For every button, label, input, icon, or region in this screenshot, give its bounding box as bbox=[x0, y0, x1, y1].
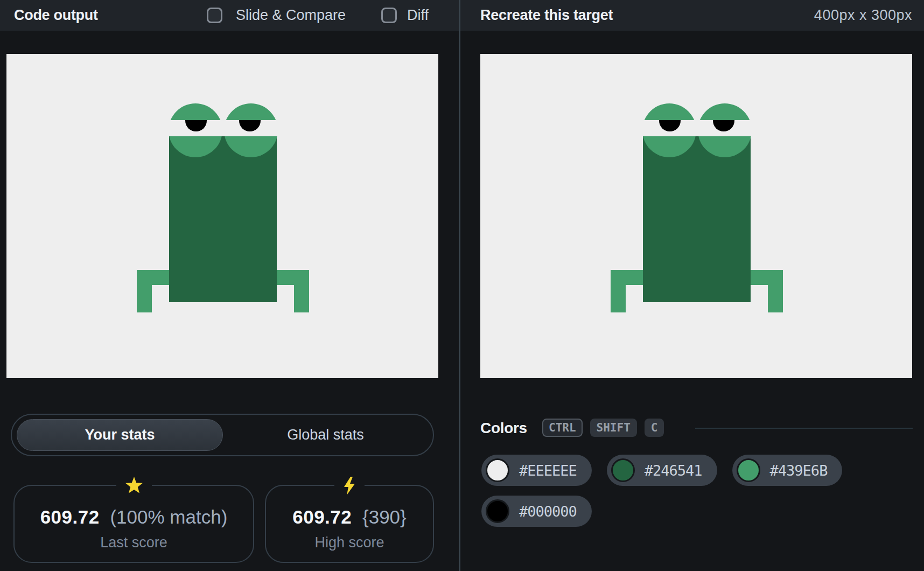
frog-left-foot bbox=[611, 270, 643, 285]
stats-tab-group: Your stats Global stats bbox=[11, 414, 434, 456]
code-output-canvas bbox=[6, 54, 438, 378]
frog-left-foot bbox=[137, 270, 169, 285]
color-chip[interactable]: #246541 bbox=[607, 455, 717, 486]
slide-compare-checkbox[interactable] bbox=[207, 8, 222, 23]
ctrl-key-badge: CTRL bbox=[542, 419, 583, 437]
high-score-detail: {390} bbox=[362, 506, 407, 527]
recreate-target-title: Recreate this target bbox=[480, 0, 613, 31]
color-chip-list: #EEEEEE #246541 #439E6B #000000 bbox=[481, 455, 912, 527]
color-swatch bbox=[611, 458, 635, 482]
color-hex-label: #439E6B bbox=[770, 462, 828, 479]
colors-shortcut-hint: CTRL SHIFT C bbox=[542, 419, 664, 437]
star-icon bbox=[116, 477, 152, 494]
last-score-card: 609.72 (100% match) Last score bbox=[13, 485, 254, 563]
target-canvas bbox=[480, 54, 912, 378]
tab-your-stats[interactable]: Your stats bbox=[17, 419, 223, 451]
c-key-badge: C bbox=[645, 419, 664, 437]
color-chip[interactable]: #439E6B bbox=[732, 455, 843, 486]
target-dimensions: 400px x 300px bbox=[814, 0, 912, 31]
frog-eyelid-band bbox=[480, 120, 912, 136]
color-chip[interactable]: #EEEEEE bbox=[481, 455, 592, 486]
slide-compare-label[interactable]: Slide & Compare bbox=[236, 0, 346, 31]
frog-right-leg bbox=[768, 270, 783, 312]
color-hex-label: #EEEEEE bbox=[519, 462, 577, 479]
high-score-value: 609.72 bbox=[292, 506, 352, 527]
color-swatch bbox=[486, 458, 509, 482]
frog-body bbox=[169, 136, 277, 302]
tab-global-stats[interactable]: Global stats bbox=[223, 419, 428, 451]
diff-checkbox[interactable] bbox=[381, 8, 397, 23]
frog-right-leg bbox=[294, 270, 309, 312]
code-output-title: Code output bbox=[14, 0, 98, 31]
top-header-bar: Code output Slide & Compare Diff Recreat… bbox=[0, 0, 924, 31]
app: Code output Slide & Compare Diff Recreat… bbox=[0, 0, 924, 571]
color-swatch bbox=[486, 499, 509, 523]
shift-key-badge: SHIFT bbox=[590, 419, 637, 437]
diff-label[interactable]: Diff bbox=[407, 0, 429, 31]
frog-body bbox=[643, 136, 751, 302]
bolt-icon bbox=[334, 477, 365, 495]
last-score-detail: (100% match) bbox=[110, 506, 227, 527]
colors-divider-rule bbox=[695, 428, 913, 429]
high-score-label: High score bbox=[266, 534, 433, 551]
last-score-line: 609.72 (100% match) bbox=[15, 506, 253, 528]
color-hex-label: #246541 bbox=[645, 462, 702, 479]
last-score-value: 609.72 bbox=[40, 506, 100, 527]
color-swatch bbox=[737, 458, 760, 482]
colors-section-title: Colors bbox=[480, 420, 527, 437]
panel-divider bbox=[459, 0, 460, 571]
color-chip[interactable]: #000000 bbox=[481, 496, 592, 527]
high-score-line: 609.72 {390} bbox=[266, 506, 433, 528]
last-score-label: Last score bbox=[15, 534, 253, 551]
color-hex-label: #000000 bbox=[519, 503, 577, 520]
high-score-card: 609.72 {390} High score bbox=[265, 485, 434, 563]
frog-eyelid-band bbox=[6, 120, 438, 136]
